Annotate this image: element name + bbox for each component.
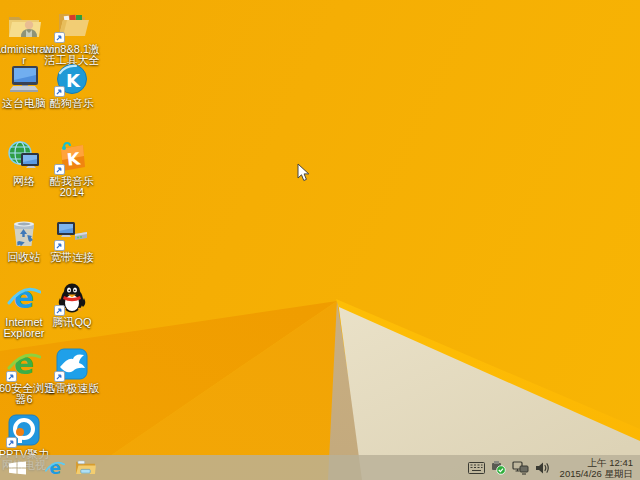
shortcut-arrow-icon <box>54 32 65 43</box>
broadband-connection-icon <box>55 216 89 250</box>
touch-keyboard-icon[interactable] <box>468 459 485 476</box>
internet-explorer-icon: e <box>45 458 65 478</box>
computer-icon <box>7 62 41 96</box>
kugou-music-icon: K <box>55 62 89 96</box>
svg-text:e: e <box>49 458 61 478</box>
desktop-icon-label: 宽带连接 <box>40 252 104 263</box>
desktop-icon-label: 酷我音乐2014 <box>47 176 97 198</box>
shortcut-arrow-icon <box>54 164 65 175</box>
shortcut-arrow-icon <box>54 86 65 97</box>
thunder-bird-icon <box>55 347 89 381</box>
desktop-icon-network[interactable]: 网络 <box>0 140 48 187</box>
desktop-icon-thunder[interactable]: 迅雷极速版 <box>48 347 96 394</box>
shortcut-arrow-icon <box>6 437 17 448</box>
desktop-icon-label: 迅雷极速版 <box>40 383 104 394</box>
network-status-icon[interactable] <box>512 459 529 476</box>
clock-date: 2015/4/26 星期日 <box>560 468 633 479</box>
qq-penguin-icon <box>55 281 89 315</box>
start-button[interactable] <box>2 455 32 480</box>
desktop-icon-tencent-qq[interactable]: 腾讯QQ <box>48 281 96 328</box>
internet-explorer-icon: e <box>7 281 41 315</box>
svg-text:e: e <box>14 281 34 315</box>
network-globe-icon <box>7 140 41 174</box>
volume-icon[interactable] <box>534 459 551 476</box>
taskbar-file-explorer-button[interactable] <box>70 455 100 480</box>
safely-remove-hardware-icon[interactable] <box>490 459 507 476</box>
windows-logo-icon <box>9 461 26 475</box>
pptv-icon <box>7 413 41 447</box>
system-tray: 上午 12:41 2015/4/26 星期日 <box>468 455 638 480</box>
clock-time: 上午 12:41 <box>560 457 633 468</box>
kuwo-music-icon: K <box>55 140 89 174</box>
desktop-icon-internet-explorer[interactable]: e Internet Explorer <box>0 281 48 339</box>
desktop-icon-kuwo-music[interactable]: K 酷我音乐2014 <box>48 140 96 198</box>
shortcut-arrow-icon <box>54 371 65 382</box>
360-browser-icon: e <box>7 347 41 381</box>
taskbar-clock[interactable]: 上午 12:41 2015/4/26 星期日 <box>560 457 633 479</box>
desktop-icon-broadband-connection[interactable]: 宽带连接 <box>48 216 96 263</box>
desktop-icon-label: 酷狗音乐 <box>40 98 104 109</box>
desktop-icon-label: 腾讯QQ <box>40 317 104 328</box>
desktop-icon-kugou-music[interactable]: K 酷狗音乐 <box>48 62 96 109</box>
desktop-icon-win8-activation-tools[interactable]: win8&8.1激活工具大全 <box>48 8 96 66</box>
shortcut-arrow-icon <box>6 371 17 382</box>
taskbar: e <box>0 455 640 480</box>
file-explorer-icon <box>75 459 96 476</box>
desktop-icon-360-browser[interactable]: e 360安全浏览器6 <box>0 347 48 405</box>
shortcut-arrow-icon <box>54 305 65 316</box>
taskbar-internet-explorer-button[interactable]: e <box>40 455 70 480</box>
recycle-bin-icon <box>7 216 41 250</box>
shortcut-arrow-icon <box>54 240 65 251</box>
user-folder-icon <box>7 8 41 42</box>
open-folder-icon <box>55 8 89 42</box>
desktop: Administrator 这台电脑 <box>0 0 640 480</box>
svg-text:K: K <box>66 70 81 91</box>
